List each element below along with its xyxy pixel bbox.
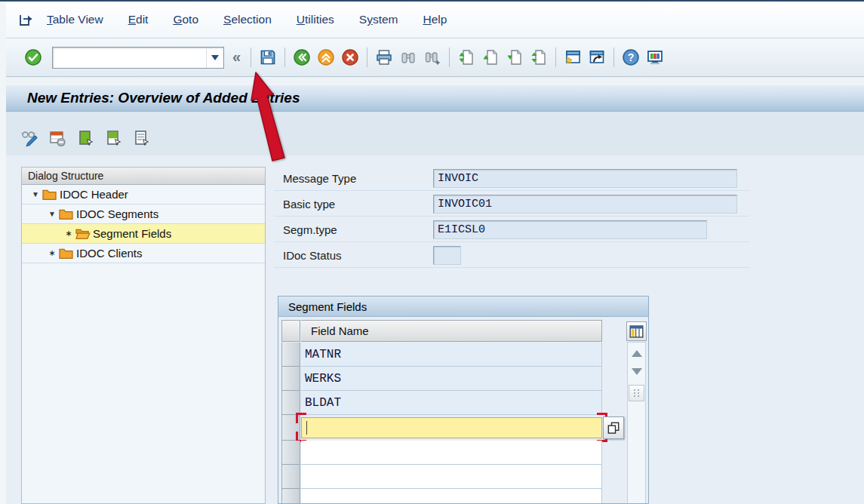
menu-selection[interactable]: Selection bbox=[223, 13, 272, 26]
menu-goto[interactable]: Goto bbox=[173, 13, 198, 26]
menu-items: Table ViewEditGotoSelectionUtilitiesSyst… bbox=[47, 13, 447, 26]
row-selector[interactable] bbox=[281, 441, 300, 465]
field-name-cell[interactable] bbox=[301, 441, 602, 465]
exit-icon bbox=[317, 48, 335, 66]
menu-system[interactable]: System bbox=[359, 13, 398, 26]
scrollbar-thumb[interactable] bbox=[629, 385, 644, 401]
help-button[interactable] bbox=[620, 46, 642, 69]
cancel-icon bbox=[341, 48, 359, 66]
table-row-empty bbox=[281, 465, 621, 489]
save-button[interactable] bbox=[257, 46, 279, 69]
row-selector[interactable] bbox=[281, 465, 300, 489]
tree-node-label: IDOC Segments bbox=[76, 207, 158, 220]
enter-button[interactable] bbox=[22, 46, 45, 69]
command-field[interactable] bbox=[52, 47, 224, 69]
new-session-button[interactable] bbox=[561, 46, 584, 69]
dialog-structure-panel: Dialog Structure ▼IDOC Header▼IDOC Segme… bbox=[21, 167, 266, 504]
expander-icon[interactable]: ▼ bbox=[48, 210, 57, 218]
leaf-bullet-icon: ∗ bbox=[48, 248, 57, 258]
segment-fields-groupbox: Segment Fields Field Name MATNRWERKSBLDA… bbox=[278, 296, 649, 504]
field-name-cell[interactable] bbox=[301, 489, 602, 504]
field-name-cell[interactable]: MATNR bbox=[301, 343, 602, 367]
next-page-button[interactable] bbox=[503, 46, 526, 69]
field-input-idoc-status[interactable] bbox=[433, 246, 461, 265]
field-input-message-type[interactable]: INVOIC bbox=[433, 169, 737, 188]
field-value: INVOIC01 bbox=[438, 198, 492, 211]
help-icon bbox=[622, 48, 640, 66]
menu-table-view[interactable]: Table View bbox=[47, 13, 103, 26]
row-selector[interactable] bbox=[281, 391, 300, 415]
scroll-up-icon[interactable] bbox=[632, 350, 642, 357]
field-name-cell[interactable] bbox=[301, 465, 602, 489]
field-name-cell[interactable]: WERKS bbox=[301, 367, 602, 391]
previous-page-button[interactable] bbox=[479, 46, 502, 69]
menu-edit[interactable]: Edit bbox=[128, 13, 149, 26]
toolbar-separator bbox=[367, 48, 367, 67]
command-dropdown-button[interactable] bbox=[206, 48, 223, 68]
field-name-cell[interactable]: BLDAT bbox=[301, 391, 602, 415]
segment-fields-group-header: Segment Fields bbox=[278, 297, 648, 317]
display-change-icon bbox=[20, 129, 38, 147]
field-input-segm-type[interactable]: E1ICSL0 bbox=[433, 220, 707, 239]
tree-node-idoc-segments[interactable]: ▼IDOC Segments bbox=[22, 204, 265, 224]
group-title: Segment Fields bbox=[288, 300, 367, 313]
toolbar-separator bbox=[555, 48, 556, 67]
page-title: New Entries: Overview of Added Entries bbox=[27, 90, 300, 106]
multiple-entry-button[interactable] bbox=[603, 416, 624, 439]
tree-node-label: IDOC Header bbox=[60, 188, 128, 201]
dialog-structure-header: Dialog Structure bbox=[22, 167, 265, 185]
save-icon bbox=[259, 48, 277, 66]
leaf-bullet-icon: ∗ bbox=[64, 229, 73, 238]
expander-icon[interactable]: ▼ bbox=[31, 190, 40, 198]
active-cell-input[interactable] bbox=[301, 417, 602, 438]
tree-node-segment-fields[interactable]: ∗Segment Fields bbox=[22, 224, 265, 244]
cancel-button[interactable] bbox=[339, 46, 361, 69]
table-scrollbar[interactable] bbox=[627, 342, 646, 504]
menu-help[interactable]: Help bbox=[423, 13, 447, 26]
menu-utilities[interactable]: Utilities bbox=[297, 13, 334, 26]
delete-row-icon bbox=[48, 129, 66, 147]
exit-button[interactable] bbox=[315, 46, 337, 69]
first-page-button[interactable] bbox=[455, 46, 478, 69]
row-selector[interactable] bbox=[281, 343, 300, 367]
find-icon bbox=[399, 48, 417, 66]
row-selector[interactable] bbox=[281, 367, 300, 391]
menu-exit-icon[interactable] bbox=[15, 8, 38, 31]
table-row-empty bbox=[281, 489, 621, 504]
folder-closed-icon bbox=[58, 247, 74, 260]
field-input-basic-type[interactable]: INVOIC01 bbox=[433, 195, 737, 214]
collapse-toolbar-icon[interactable]: « bbox=[232, 49, 241, 64]
first-page-icon bbox=[457, 48, 475, 66]
toolbar-separator bbox=[449, 48, 450, 67]
toolbar-separator bbox=[284, 48, 285, 67]
command-input[interactable] bbox=[53, 48, 206, 68]
find-next-button[interactable] bbox=[421, 46, 444, 69]
select-block-button[interactable] bbox=[102, 127, 125, 149]
delete-row-button[interactable] bbox=[46, 127, 69, 149]
new-session-icon bbox=[564, 48, 582, 66]
row-selector[interactable] bbox=[281, 489, 300, 504]
create-shortcut-icon bbox=[588, 48, 606, 66]
folder-closed-icon bbox=[42, 188, 57, 201]
select-all-button[interactable] bbox=[74, 127, 97, 149]
print-button[interactable] bbox=[373, 46, 395, 69]
customize-layout-button[interactable] bbox=[644, 46, 666, 69]
next-page-icon bbox=[506, 48, 524, 66]
table-config-icon[interactable] bbox=[626, 321, 647, 341]
cell-text: MATNR bbox=[305, 348, 341, 361]
tree-node-idoc-clients[interactable]: ∗IDOC Clients bbox=[22, 244, 265, 263]
previous-page-icon bbox=[481, 48, 500, 66]
column-header-field-name[interactable]: Field Name bbox=[301, 320, 602, 342]
create-shortcut-button[interactable] bbox=[586, 46, 608, 69]
select-all-rows-header[interactable] bbox=[281, 320, 300, 342]
scroll-down-icon[interactable] bbox=[632, 368, 642, 375]
last-page-button[interactable] bbox=[527, 46, 550, 69]
tree-node-idoc-header[interactable]: ▼IDOC Header bbox=[22, 185, 265, 204]
toolbar-separator bbox=[251, 48, 251, 67]
find-next-icon bbox=[423, 48, 441, 66]
back-button[interactable] bbox=[291, 46, 313, 69]
display-change-button[interactable] bbox=[18, 127, 41, 149]
deselect-all-button[interactable] bbox=[130, 127, 152, 149]
field-label-segm-type: Segm.type bbox=[283, 220, 337, 240]
find-button[interactable] bbox=[397, 46, 420, 69]
